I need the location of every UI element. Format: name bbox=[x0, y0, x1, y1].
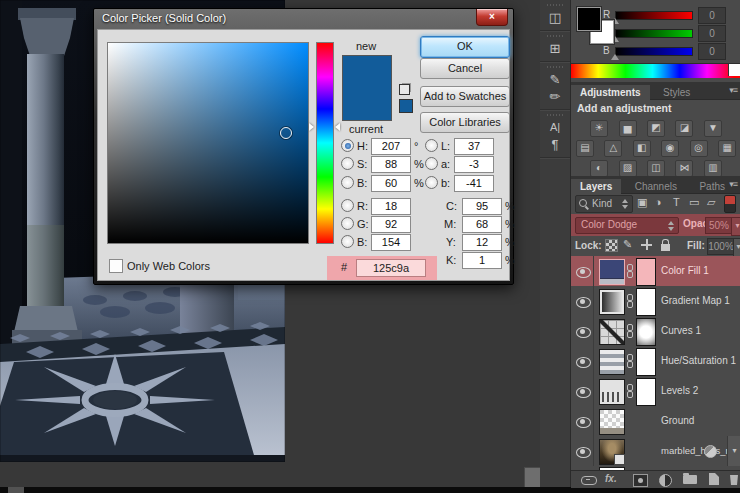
hue-slider-arrow-left[interactable] bbox=[309, 123, 314, 131]
layer-comps-panel-icon[interactable]: ◫ bbox=[540, 9, 570, 26]
visibility-eye-icon[interactable] bbox=[576, 447, 591, 458]
filter-type-layers-icon[interactable]: T bbox=[673, 196, 680, 208]
fill-layer-thumbnail[interactable] bbox=[599, 259, 625, 285]
input-g[interactable]: 92 bbox=[371, 216, 411, 233]
photo-layer-thumbnail[interactable] bbox=[599, 439, 625, 465]
layer-row-color-fill[interactable]: Color Fill 1 bbox=[571, 256, 740, 287]
layer-row-ground[interactable]: Ground bbox=[571, 406, 740, 437]
layer-name[interactable]: Curves 1 bbox=[661, 325, 701, 336]
radio-l[interactable] bbox=[425, 139, 438, 152]
layer-row-hue-saturation[interactable]: Hue/Saturation 1 bbox=[571, 346, 740, 377]
channel-mixer-icon[interactable]: ◎ bbox=[690, 140, 708, 157]
color-balance-icon[interactable]: △ bbox=[604, 140, 622, 157]
color-libraries-button[interactable]: Color Libraries bbox=[420, 112, 510, 133]
layer-row-levels[interactable]: Levels 2 bbox=[571, 376, 740, 407]
filter-adjustment-layers-icon[interactable]: ◑ bbox=[655, 196, 662, 208]
current-color-swatch[interactable] bbox=[343, 88, 391, 120]
input-b-lab[interactable]: -41 bbox=[454, 175, 494, 192]
filter-toggle-switch[interactable] bbox=[724, 195, 736, 213]
layer-name[interactable]: Levels 2 bbox=[661, 385, 698, 396]
add-mask-icon[interactable] bbox=[633, 474, 648, 487]
new-adjustment-layer-icon[interactable] bbox=[659, 474, 672, 487]
input-b-rgb[interactable]: 154 bbox=[371, 234, 411, 251]
layer-row-gradient-map[interactable]: Gradient Map 1 bbox=[571, 286, 740, 317]
exposure-icon[interactable]: ◪ bbox=[675, 120, 693, 137]
photo-filter-icon[interactable]: ◉ bbox=[661, 140, 679, 157]
g-slider-track[interactable] bbox=[615, 29, 693, 38]
levels-icon[interactable]: ▅ bbox=[619, 120, 637, 137]
brush-presets-panel-icon[interactable]: ✏ bbox=[540, 88, 570, 105]
ground-layer-thumbnail[interactable] bbox=[599, 409, 625, 435]
input-b[interactable]: 60 bbox=[371, 175, 411, 192]
panel-menu-icon[interactable]: ▾≡ bbox=[729, 179, 737, 189]
layer-row-curves[interactable]: Curves 1 bbox=[571, 316, 740, 347]
input-a[interactable]: -3 bbox=[454, 156, 494, 173]
curves-thumbnail[interactable] bbox=[599, 319, 625, 345]
layer-mask-thumbnail[interactable] bbox=[636, 348, 656, 376]
lock-position-icon[interactable] bbox=[641, 239, 652, 250]
web-safe-cube-icon[interactable] bbox=[399, 84, 410, 95]
fill-value[interactable]: 100% bbox=[707, 238, 735, 255]
web-safe-color-chip[interactable] bbox=[399, 99, 413, 113]
hue-slider[interactable] bbox=[316, 42, 334, 244]
collapse-effects-arrow[interactable]: ▾ bbox=[727, 436, 740, 466]
delete-layer-icon[interactable] bbox=[729, 475, 739, 485]
saturation-brightness-field[interactable] bbox=[107, 42, 309, 244]
radio-h[interactable] bbox=[341, 139, 354, 152]
input-k[interactable]: 1 bbox=[462, 252, 502, 269]
foreground-color-swatch[interactable] bbox=[577, 7, 601, 31]
b-value[interactable]: 0 bbox=[698, 43, 726, 60]
character-panel-icon[interactable]: A| bbox=[540, 119, 570, 136]
input-h[interactable]: 207 bbox=[371, 138, 411, 155]
layer-effects-icon[interactable] bbox=[704, 445, 717, 458]
lock-pixels-icon[interactable]: ✎ bbox=[623, 238, 632, 251]
radio-a[interactable] bbox=[425, 157, 438, 170]
layer-name[interactable]: Hue/Saturation 1 bbox=[661, 355, 736, 366]
input-s[interactable]: 88 bbox=[371, 156, 411, 173]
scrollbar-corner[interactable] bbox=[524, 467, 541, 489]
layer-name[interactable]: Color Fill 1 bbox=[661, 265, 709, 276]
only-web-colors-checkbox[interactable] bbox=[109, 259, 123, 273]
g-value[interactable]: 0 bbox=[698, 25, 726, 42]
black-white-icon[interactable]: ◧ bbox=[633, 140, 651, 157]
tab-adjustments[interactable]: Adjustments bbox=[571, 85, 650, 101]
tab-styles[interactable]: Styles bbox=[654, 85, 699, 101]
layer-style-fx-icon[interactable]: fx. bbox=[605, 473, 617, 484]
lock-all-icon[interactable] bbox=[661, 244, 670, 251]
radio-b[interactable] bbox=[341, 176, 354, 189]
input-c[interactable]: 95 bbox=[462, 198, 502, 215]
b-slider-track[interactable] bbox=[615, 47, 693, 56]
filter-smart-objects-icon[interactable]: ▱ bbox=[707, 196, 715, 209]
vibrance-icon[interactable]: ▼ bbox=[704, 120, 722, 137]
color-lookup-icon[interactable]: ▦ bbox=[718, 140, 736, 157]
visibility-eye-icon[interactable] bbox=[576, 267, 591, 278]
b-slider-thumb[interactable] bbox=[611, 54, 619, 60]
hue-saturation-icon[interactable]: ▤ bbox=[576, 140, 594, 157]
invert-icon[interactable]: ◐ bbox=[590, 160, 608, 177]
input-y[interactable]: 12 bbox=[462, 234, 502, 251]
spectrum-white-chip[interactable] bbox=[728, 64, 740, 76]
layer-mask-thumbnail[interactable] bbox=[636, 318, 656, 346]
r-value[interactable]: 0 bbox=[698, 7, 726, 24]
posterize-icon[interactable]: ▨ bbox=[619, 160, 637, 177]
threshold-icon[interactable]: ◫ bbox=[647, 160, 665, 177]
visibility-eye-icon[interactable] bbox=[576, 387, 591, 398]
filter-shape-layers-icon[interactable]: ▭ bbox=[689, 196, 699, 209]
visibility-eye-icon[interactable] bbox=[576, 357, 591, 368]
gradient-map-thumbnail[interactable] bbox=[599, 289, 625, 315]
ok-button[interactable]: OK bbox=[420, 36, 510, 58]
opacity-value[interactable]: 50% bbox=[705, 217, 733, 234]
layer-row-marbled-halls[interactable]: marbled_halls_restrict... ▾ bbox=[571, 436, 740, 467]
radio-b-lab[interactable] bbox=[425, 176, 438, 189]
visibility-eye-icon[interactable] bbox=[576, 327, 591, 338]
layer-name[interactable]: Gradient Map 1 bbox=[661, 295, 730, 306]
input-r[interactable]: 18 bbox=[371, 198, 411, 215]
new-layer-icon[interactable] bbox=[709, 473, 719, 485]
visibility-eye-icon[interactable] bbox=[576, 417, 591, 428]
link-layers-icon[interactable] bbox=[581, 476, 597, 485]
color-spectrum-ramp[interactable] bbox=[571, 63, 740, 78]
panel-menu-icon[interactable]: ▾≡ bbox=[729, 85, 737, 95]
layer-name[interactable]: Ground bbox=[661, 415, 694, 426]
hue-saturation-thumbnail[interactable] bbox=[599, 349, 625, 375]
radio-g[interactable] bbox=[341, 217, 354, 230]
